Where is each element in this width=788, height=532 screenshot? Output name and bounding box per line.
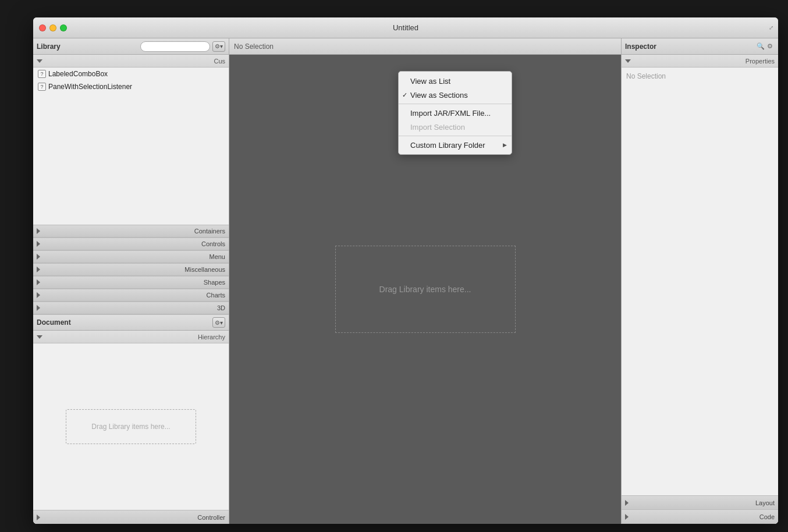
- section-charts[interactable]: Charts: [33, 289, 229, 302]
- layout-row[interactable]: Layout: [622, 496, 778, 510]
- menu-item-label: Custom Library Folder: [410, 141, 485, 150]
- menu-separator: [399, 136, 512, 136]
- expand-icon: [37, 515, 40, 520]
- section-label: 3D: [42, 304, 225, 311]
- menu-item-view-as-sections[interactable]: ✓ View as Sections: [399, 88, 512, 102]
- expand-icon: [625, 514, 629, 520]
- hierarchy-header: Hierarchy: [33, 331, 229, 343]
- expand-icon: [37, 241, 40, 247]
- item-icon: ?: [38, 83, 46, 91]
- expand-icon: [37, 267, 40, 272]
- inspector-gear-icon[interactable]: ⚙: [765, 42, 775, 51]
- main-layout: Library ⚙▾ Cus ? LabeledComboBox ?: [33, 38, 778, 524]
- inspector-header: Inspector 🔍 ⚙: [622, 38, 778, 55]
- section-label: Charts: [42, 292, 225, 299]
- library-subheader-label: Cus: [45, 58, 225, 65]
- expand-icon: [37, 305, 40, 311]
- dropdown-menu: View as List ✓ View as Sections Import J…: [398, 71, 512, 155]
- hierarchy-label: Hierarchy: [45, 334, 225, 341]
- hierarchy-drag-text: Drag Library items here...: [91, 423, 170, 431]
- menu-item-import-selection: Import Selection: [399, 120, 512, 134]
- properties-label: Properties: [633, 58, 775, 65]
- expand-icon: [37, 228, 40, 234]
- inspector-search-icon[interactable]: 🔍: [756, 42, 765, 51]
- menu-item-label: View as List: [410, 77, 450, 86]
- document-gear-button[interactable]: ⚙▾: [212, 317, 225, 328]
- canvas-no-selection: No Selection: [234, 42, 274, 51]
- item-label: PaneWithSelectionListener: [48, 83, 132, 91]
- section-miscellaneous[interactable]: Miscellaneous: [33, 263, 229, 276]
- section-label: Shapes: [42, 279, 225, 286]
- item-label: LabeledComboBox: [48, 70, 108, 78]
- menu-item-import-jar[interactable]: Import JAR/FXML File...: [399, 106, 512, 120]
- collapse-icon: [37, 335, 42, 339]
- expand-icon: [37, 254, 40, 260]
- menu-item-label: View as Sections: [410, 91, 468, 100]
- section-label: Miscellaneous: [42, 266, 225, 273]
- section-label: Menu: [42, 253, 225, 260]
- titlebar: Untitled ⤢: [33, 17, 778, 38]
- left-panel: Library ⚙▾ Cus ? LabeledComboBox ?: [33, 38, 229, 524]
- library-header: Library ⚙▾: [33, 38, 229, 55]
- canvas-drag-area: Drag Library items here...: [335, 246, 516, 333]
- expand-icon[interactable]: ⤢: [769, 24, 773, 31]
- properties-subheader: Properties: [622, 55, 778, 68]
- window-title: Untitled: [393, 23, 418, 32]
- list-item[interactable]: ? LabeledComboBox: [33, 68, 229, 80]
- menu-item-custom-library[interactable]: Custom Library Folder: [399, 138, 512, 152]
- hierarchy-drag-area: Drag Library items here...: [66, 409, 196, 444]
- section-label: Controls: [42, 240, 225, 247]
- inspector-bottom: Layout Code: [622, 495, 778, 524]
- minimize-button[interactable]: [49, 24, 56, 31]
- item-icon: ?: [38, 70, 46, 78]
- library-search-input[interactable]: [140, 41, 210, 52]
- library-subheader: Cus: [33, 55, 229, 68]
- hierarchy-content: Drag Library items here...: [33, 343, 229, 510]
- expand-icon: [625, 500, 629, 506]
- menu-item-view-as-list[interactable]: View as List: [399, 74, 512, 88]
- menu-item-label: Import Selection: [410, 123, 465, 132]
- document-header: Document ⚙▾: [33, 314, 229, 331]
- menu-separator: [399, 104, 512, 104]
- menu-item-label: Import JAR/FXML File...: [410, 109, 491, 118]
- section-shapes[interactable]: Shapes: [33, 276, 229, 289]
- expand-icon: [37, 279, 40, 285]
- main-window: Untitled ⤢ Library ⚙▾ Cus ?: [33, 17, 778, 524]
- section-3d[interactable]: 3D: [33, 302, 229, 314]
- checkmark-icon: ✓: [402, 91, 407, 99]
- inspector-no-selection: No Selection: [626, 72, 666, 80]
- window-controls: [39, 24, 67, 31]
- library-title: Library: [37, 42, 138, 51]
- section-containers[interactable]: Containers: [33, 225, 229, 237]
- inspector-content: No Selection: [622, 68, 778, 495]
- section-menu[interactable]: Menu: [33, 250, 229, 263]
- controller-label: Controller: [42, 514, 225, 521]
- expand-icon: [37, 292, 40, 298]
- canvas-header: No Selection: [229, 38, 621, 55]
- gear-icon: ⚙▾: [215, 43, 223, 49]
- controller-bar: Controller: [33, 510, 229, 524]
- gear-icon: ⚙▾: [215, 320, 223, 326]
- maximize-button[interactable]: [60, 24, 67, 31]
- close-button[interactable]: [39, 24, 46, 31]
- section-label: Containers: [42, 228, 225, 235]
- code-label: Code: [631, 513, 775, 520]
- inspector-title: Inspector: [625, 42, 756, 51]
- right-panel: Inspector 🔍 ⚙ Properties No Selection La…: [621, 38, 778, 524]
- center-canvas: No Selection Drag Library items here... …: [229, 38, 621, 524]
- canvas-drag-text: Drag Library items here...: [379, 285, 471, 294]
- layout-label: Layout: [631, 499, 775, 506]
- collapse-icon: [625, 59, 631, 63]
- code-row[interactable]: Code: [622, 510, 778, 524]
- document-title: Document: [37, 318, 212, 327]
- library-gear-button[interactable]: ⚙▾: [212, 41, 225, 52]
- library-items-list: ? LabeledComboBox ? PaneWithSelectionLis…: [33, 68, 229, 225]
- collapse-icon: [37, 59, 42, 63]
- list-item[interactable]: ? PaneWithSelectionListener: [33, 80, 229, 93]
- section-controls[interactable]: Controls: [33, 237, 229, 250]
